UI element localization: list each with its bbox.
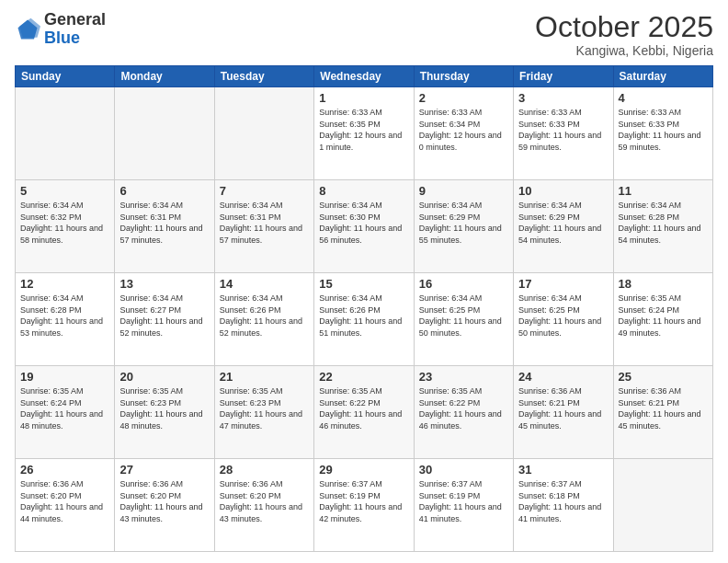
calendar-cell: 5Sunrise: 6:34 AMSunset: 6:32 PMDaylight… [16,180,115,273]
calendar-cell [115,87,214,180]
calendar-cell: 20Sunrise: 6:35 AMSunset: 6:23 PMDayligh… [115,366,214,459]
logo-text: General Blue [44,11,106,48]
calendar-cell: 16Sunrise: 6:34 AMSunset: 6:25 PMDayligh… [414,273,513,366]
calendar-cell: 24Sunrise: 6:36 AMSunset: 6:21 PMDayligh… [514,366,613,459]
day-detail: Sunrise: 6:36 AMSunset: 6:21 PMDaylight:… [518,385,608,431]
day-number: 26 [20,463,109,477]
day-number: 2 [419,91,508,105]
day-number: 11 [619,184,708,198]
day-number: 14 [220,277,309,291]
day-number: 13 [119,277,209,291]
day-number: 5 [20,184,109,198]
day-detail: Sunrise: 6:35 AMSunset: 6:24 PMDaylight:… [20,385,109,431]
calendar-cell: 23Sunrise: 6:35 AMSunset: 6:22 PMDayligh… [414,366,513,459]
day-detail: Sunrise: 6:34 AMSunset: 6:28 PMDaylight:… [619,200,708,246]
weekday-header-row: SundayMondayTuesdayWednesdayThursdayFrid… [16,66,713,87]
day-detail: Sunrise: 6:36 AMSunset: 6:20 PMDaylight:… [220,478,309,524]
page: General Blue October 2025 Kangiwa, Kebbi… [0,0,728,563]
logo-blue: Blue [44,29,80,47]
calendar-cell: 7Sunrise: 6:34 AMSunset: 6:31 PMDaylight… [214,180,313,273]
day-detail: Sunrise: 6:34 AMSunset: 6:25 PMDaylight:… [419,293,508,339]
calendar-cell: 8Sunrise: 6:34 AMSunset: 6:30 PMDaylight… [314,180,414,273]
calendar-cell: 12Sunrise: 6:34 AMSunset: 6:28 PMDayligh… [16,273,115,366]
day-detail: Sunrise: 6:34 AMSunset: 6:28 PMDaylight:… [20,293,109,339]
day-detail: Sunrise: 6:34 AMSunset: 6:29 PMDaylight:… [518,200,608,246]
calendar-cell: 14Sunrise: 6:34 AMSunset: 6:26 PMDayligh… [214,273,313,366]
calendar-cell: 4Sunrise: 6:33 AMSunset: 6:33 PMDaylight… [613,87,712,180]
day-detail: Sunrise: 6:34 AMSunset: 6:27 PMDaylight:… [119,293,209,339]
day-number: 6 [119,184,209,198]
weekday-header-monday: Monday [115,66,214,87]
day-detail: Sunrise: 6:35 AMSunset: 6:22 PMDaylight:… [319,385,408,431]
day-detail: Sunrise: 6:36 AMSunset: 6:21 PMDaylight:… [619,385,708,431]
day-detail: Sunrise: 6:34 AMSunset: 6:25 PMDaylight:… [518,293,608,339]
calendar-cell: 22Sunrise: 6:35 AMSunset: 6:22 PMDayligh… [314,366,414,459]
calendar-cell: 13Sunrise: 6:34 AMSunset: 6:27 PMDayligh… [115,273,214,366]
day-detail: Sunrise: 6:36 AMSunset: 6:20 PMDaylight:… [119,478,209,524]
day-detail: Sunrise: 6:37 AMSunset: 6:19 PMDaylight:… [319,478,408,524]
day-detail: Sunrise: 6:34 AMSunset: 6:26 PMDaylight:… [319,293,408,339]
calendar-cell: 21Sunrise: 6:35 AMSunset: 6:23 PMDayligh… [214,366,313,459]
day-detail: Sunrise: 6:35 AMSunset: 6:23 PMDaylight:… [119,385,209,431]
day-number: 12 [20,277,109,291]
calendar-cell: 31Sunrise: 6:37 AMSunset: 6:18 PMDayligh… [514,459,613,552]
calendar-week-5: 26Sunrise: 6:36 AMSunset: 6:20 PMDayligh… [16,459,713,552]
calendar-week-1: 1Sunrise: 6:33 AMSunset: 6:35 PMDaylight… [16,87,713,180]
day-detail: Sunrise: 6:34 AMSunset: 6:29 PMDaylight:… [419,200,508,246]
day-detail: Sunrise: 6:33 AMSunset: 6:33 PMDaylight:… [619,107,708,153]
weekday-header-saturday: Saturday [613,66,712,87]
calendar-cell [214,87,313,180]
calendar-cell: 27Sunrise: 6:36 AMSunset: 6:20 PMDayligh… [115,459,214,552]
calendar-cell: 19Sunrise: 6:35 AMSunset: 6:24 PMDayligh… [16,366,115,459]
calendar-cell: 29Sunrise: 6:37 AMSunset: 6:19 PMDayligh… [314,459,414,552]
day-detail: Sunrise: 6:35 AMSunset: 6:23 PMDaylight:… [220,385,309,431]
day-number: 9 [419,184,508,198]
day-detail: Sunrise: 6:35 AMSunset: 6:24 PMDaylight:… [619,293,708,339]
calendar-week-2: 5Sunrise: 6:34 AMSunset: 6:32 PMDaylight… [16,180,713,273]
day-detail: Sunrise: 6:34 AMSunset: 6:31 PMDaylight:… [119,200,209,246]
day-number: 20 [119,370,209,384]
month-title: October 2025 [535,11,713,43]
location-subtitle: Kangiwa, Kebbi, Nigeria [535,43,713,58]
day-number: 16 [419,277,508,291]
day-detail: Sunrise: 6:33 AMSunset: 6:34 PMDaylight:… [419,107,508,153]
day-number: 19 [20,370,109,384]
weekday-header-wednesday: Wednesday [314,66,414,87]
day-number: 17 [518,277,608,291]
day-detail: Sunrise: 6:37 AMSunset: 6:19 PMDaylight:… [419,478,508,524]
logo-icon [15,17,40,42]
logo-general: General [44,10,106,29]
day-number: 31 [518,463,608,477]
day-number: 30 [419,463,508,477]
header: General Blue October 2025 Kangiwa, Kebbi… [15,11,713,58]
day-number: 4 [619,91,708,105]
day-number: 21 [220,370,309,384]
calendar-cell: 30Sunrise: 6:37 AMSunset: 6:19 PMDayligh… [414,459,513,552]
svg-marker-1 [19,18,40,38]
day-detail: Sunrise: 6:33 AMSunset: 6:35 PMDaylight:… [319,107,408,153]
day-detail: Sunrise: 6:33 AMSunset: 6:33 PMDaylight:… [518,107,608,153]
day-number: 8 [319,184,408,198]
logo: General Blue [15,11,106,48]
day-number: 3 [518,91,608,105]
calendar-cell: 10Sunrise: 6:34 AMSunset: 6:29 PMDayligh… [514,180,613,273]
day-number: 29 [319,463,408,477]
calendar-cell: 2Sunrise: 6:33 AMSunset: 6:34 PMDaylight… [414,87,513,180]
day-detail: Sunrise: 6:34 AMSunset: 6:31 PMDaylight:… [220,200,309,246]
calendar-cell: 11Sunrise: 6:34 AMSunset: 6:28 PMDayligh… [613,180,712,273]
day-number: 23 [419,370,508,384]
weekday-header-thursday: Thursday [414,66,513,87]
calendar-cell [613,459,712,552]
calendar-cell [16,87,115,180]
day-number: 22 [319,370,408,384]
day-number: 27 [119,463,209,477]
title-block: October 2025 Kangiwa, Kebbi, Nigeria [535,11,713,58]
weekday-header-tuesday: Tuesday [214,66,313,87]
calendar-cell: 18Sunrise: 6:35 AMSunset: 6:24 PMDayligh… [613,273,712,366]
calendar-table: SundayMondayTuesdayWednesdayThursdayFrid… [15,65,713,552]
day-number: 1 [319,91,408,105]
calendar-cell: 6Sunrise: 6:34 AMSunset: 6:31 PMDaylight… [115,180,214,273]
day-detail: Sunrise: 6:34 AMSunset: 6:32 PMDaylight:… [20,200,109,246]
calendar-week-3: 12Sunrise: 6:34 AMSunset: 6:28 PMDayligh… [16,273,713,366]
calendar-cell: 15Sunrise: 6:34 AMSunset: 6:26 PMDayligh… [314,273,414,366]
